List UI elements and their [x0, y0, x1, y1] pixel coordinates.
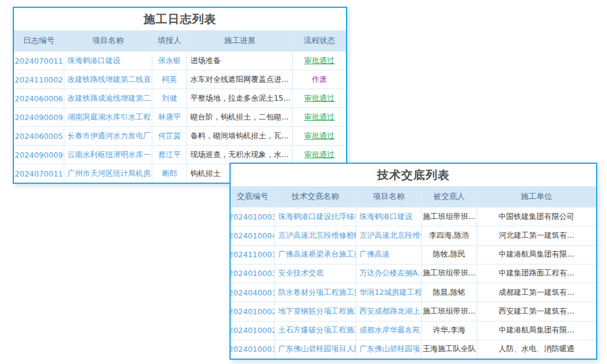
- flow-status-cell[interactable]: 审批通过: [292, 127, 346, 145]
- log-id-cell[interactable]: 2024070011: [14, 52, 64, 70]
- project-name-cell[interactable]: 珠海鹤港口建设: [64, 52, 152, 70]
- table-row: 2024090009湖南洞庭湖水库引水工程...林康平砌台阶，钩机排土，二包砌.…: [14, 107, 346, 126]
- flow-status-cell[interactable]: 作废: [292, 70, 346, 89]
- project-name-cell[interactable]: 云南水利枢纽潜明水库一...: [64, 146, 152, 164]
- project-name-cell[interactable]: 广佛高速: [356, 246, 421, 264]
- flow-status-cell[interactable]: 审批通过: [292, 146, 346, 164]
- disclosure-name-cell[interactable]: 安全技术交底: [274, 265, 356, 283]
- column-header-project-name: 项目名称: [356, 186, 421, 207]
- progress-cell: 平整场地，拉走多余泥土15...: [186, 89, 292, 107]
- construction-unit-cell: 中建港航局集团有限...: [476, 246, 596, 264]
- construction-unit-cell: 中国铁建集团有限公司: [476, 207, 596, 226]
- project-name-cell[interactable]: 广东佛山碧桂园项目: [356, 340, 421, 359]
- project-name-cell[interactable]: 长春市伊通河水力发电厂...: [64, 127, 152, 145]
- reporter-cell[interactable]: 林康平: [152, 108, 186, 126]
- project-name-cell[interactable]: 京沪高速北京段维修: [356, 226, 421, 244]
- technical-disclosure-panel: 技术交底列表 交底编号 技术交底名称 项目名称 被交底人 施工单位 202401…: [229, 163, 597, 360]
- technical-disclosure-header-row: 交底编号 技术交底名称 项目名称 被交底人 施工单位: [231, 186, 596, 207]
- flow-status-cell[interactable]: 审批通过: [292, 89, 346, 107]
- flow-status-cell[interactable]: 审批通过: [292, 108, 346, 126]
- disclosure-id-cell[interactable]: 2024010002: [231, 302, 274, 320]
- disclosure-id-cell[interactable]: 2024010001: [231, 340, 274, 359]
- disclosed-person-cell: 施工班组带班...: [421, 207, 476, 226]
- table-row: 2024090009云南水利枢纽潜明水库一...蔡江平现场巡查，无积水现象，水.…: [14, 145, 346, 164]
- log-id-cell[interactable]: 2024090009: [14, 146, 64, 164]
- reporter-cell[interactable]: 蔡江平: [152, 146, 186, 164]
- construction-unit-cell: 河北建工第一建筑有...: [476, 226, 596, 244]
- project-name-cell[interactable]: 改建铁路线增建第二线直...: [64, 70, 152, 89]
- column-header-project-name: 项目名称: [64, 30, 152, 51]
- disclosed-person-cell: 施工班组带班...: [421, 302, 476, 320]
- project-name-cell[interactable]: 改建铁路成渝线增建第二...: [64, 89, 152, 107]
- reporter-cell[interactable]: 张永银: [152, 52, 186, 70]
- log-id-cell[interactable]: 2024060006: [14, 89, 64, 107]
- project-name-cell[interactable]: 西安成都路龙湖上...: [356, 302, 421, 320]
- table-row: 2024010001广东佛山碧桂园项目人防...广东佛山碧桂园项目王海施工队全队…: [231, 340, 596, 359]
- column-header-disclosed-person: 被交底人: [421, 186, 476, 207]
- construction-unit-cell: 中建港航局集团有限...: [476, 322, 596, 340]
- table-row: 2024060006改建铁路成渝线增建第二...刘健平整场地，拉走多余泥土15.…: [14, 89, 346, 107]
- technical-disclosure-title: 技术交底列表: [231, 164, 596, 186]
- progress-cell: 备料，砌间墙钩机排土，瓦...: [186, 127, 292, 145]
- disclosure-name-cell[interactable]: 广佛高速桥梁承台施工技...: [274, 246, 356, 264]
- disclosed-person-cell: 陈晨,陈铭: [421, 283, 476, 302]
- technical-disclosure-body: 2024010003珠海鹤港口建设抗浮锚杆...珠海鹤港口建设施工班组带班...…: [231, 207, 596, 359]
- column-header-progress: 施工进展: [186, 30, 292, 51]
- column-header-reporter: 填报人: [152, 30, 186, 51]
- table-row: 2024060005长春市伊通河水力发电厂...何芷茵备料，砌间墙钩机排土，瓦.…: [14, 126, 346, 145]
- project-name-cell[interactable]: 成都水岸华庭名苑...: [356, 322, 421, 340]
- table-row: 2024070011珠海鹤港口建设张永银进场准备审批通过: [14, 51, 346, 70]
- column-header-disclosure-name: 技术交底名称: [274, 186, 356, 207]
- construction-unit-cell: 成都建工第一建筑有...: [476, 283, 596, 302]
- disclosure-id-cell[interactable]: 2024010003: [231, 265, 274, 283]
- log-id-cell[interactable]: 2024110002: [14, 70, 64, 89]
- disclosed-person-cell: 许华,李海: [421, 322, 476, 340]
- table-row: 2024110001广佛高速桥梁承台施工技...广佛高速陈牧,陈民中建港航局集团…: [231, 245, 596, 264]
- construction-log-panel: 施工日志列表 日志编号 项目名称 填报人 施工进展 流程状态 202407001…: [13, 7, 347, 184]
- table-row: 2024010002土石方爆破分项工程施工...成都水岸华庭名苑...许华,李海…: [231, 321, 596, 340]
- progress-cell: 水车对全线遮阳网覆盖点进...: [186, 70, 292, 89]
- disclosure-name-cell[interactable]: 珠海鹤港口建设抗浮锚杆...: [274, 207, 356, 226]
- table-row: 2024110002改建铁路线增建第二线直...柯英水车对全线遮阳网覆盖点进..…: [14, 70, 346, 89]
- progress-cell: 进场准备: [186, 52, 292, 70]
- project-name-cell[interactable]: 珠海鹤港口建设: [356, 207, 421, 226]
- disclosed-person-cell: 王海施工队全队: [421, 340, 476, 359]
- construction-log-header-row: 日志编号 项目名称 填报人 施工进展 流程状态: [14, 30, 346, 51]
- project-name-cell[interactable]: 万达办公楼左侧A...: [356, 265, 421, 283]
- project-name-cell[interactable]: 华润12城房建工程...: [356, 283, 421, 302]
- construction-unit-cell: 人防、水电、消防暖通: [476, 340, 596, 359]
- disclosed-person-cell: 施工班组带班...: [421, 265, 476, 283]
- progress-cell: 砌台阶，钩机排土，二包砌...: [186, 108, 292, 126]
- disclosure-name-cell[interactable]: 防水卷材分项工程施工技...: [274, 283, 356, 302]
- column-header-disclosure-id: 交底编号: [231, 186, 274, 207]
- project-name-cell[interactable]: 湖南洞庭湖水库引水工程...: [64, 108, 152, 126]
- log-id-cell[interactable]: 2024070011: [14, 164, 64, 183]
- reporter-cell[interactable]: 柯英: [152, 70, 186, 89]
- column-header-construction-unit: 施工单位: [476, 186, 596, 207]
- construction-unit-cell: 西安建工第一建筑有...: [476, 302, 596, 320]
- reporter-cell[interactable]: 刘健: [152, 89, 186, 107]
- reporter-cell[interactable]: 断郎: [152, 164, 186, 183]
- disclosure-id-cell[interactable]: 2024010003: [231, 207, 274, 226]
- disclosure-id-cell[interactable]: 2024040001: [231, 283, 274, 302]
- disclosure-name-cell[interactable]: 广东佛山碧桂园项目人防...: [274, 340, 356, 359]
- disclosed-person-cell: 李四海,陈浩: [421, 226, 476, 244]
- table-row: 2024010003安全技术交底万达办公楼左侧A...施工班组带班...中建集团…: [231, 264, 596, 283]
- log-id-cell[interactable]: 2024090009: [14, 108, 64, 126]
- disclosure-name-cell[interactable]: 地下室钢筋分项工程施工...: [274, 302, 356, 320]
- table-row: 2024010003珠海鹤港口建设抗浮锚杆...珠海鹤港口建设施工班组带班...…: [231, 207, 596, 226]
- disclosure-id-cell[interactable]: 2024010004: [231, 226, 274, 244]
- column-header-log-id: 日志编号: [14, 30, 64, 51]
- log-id-cell[interactable]: 2024060005: [14, 127, 64, 145]
- disclosure-name-cell[interactable]: 京沪高速北京段维修桩帽...: [274, 226, 356, 244]
- construction-unit-cell: 中建集团路面工程有...: [476, 265, 596, 283]
- reporter-cell[interactable]: 何芷茵: [152, 127, 186, 145]
- disclosure-name-cell[interactable]: 土石方爆破分项工程施工...: [274, 322, 356, 340]
- construction-log-title: 施工日志列表: [14, 8, 346, 30]
- disclosure-id-cell[interactable]: 2024010002: [231, 322, 274, 340]
- table-row: 2024010002地下室钢筋分项工程施工...西安成都路龙湖上...施工班组带…: [231, 302, 596, 320]
- flow-status-cell[interactable]: 审批通过: [292, 52, 346, 70]
- disclosure-id-cell[interactable]: 2024110001: [231, 246, 274, 264]
- project-name-cell[interactable]: 广州市天河区统计局机房...: [64, 164, 152, 183]
- progress-cell: 现场巡查，无积水现象，水...: [186, 146, 292, 164]
